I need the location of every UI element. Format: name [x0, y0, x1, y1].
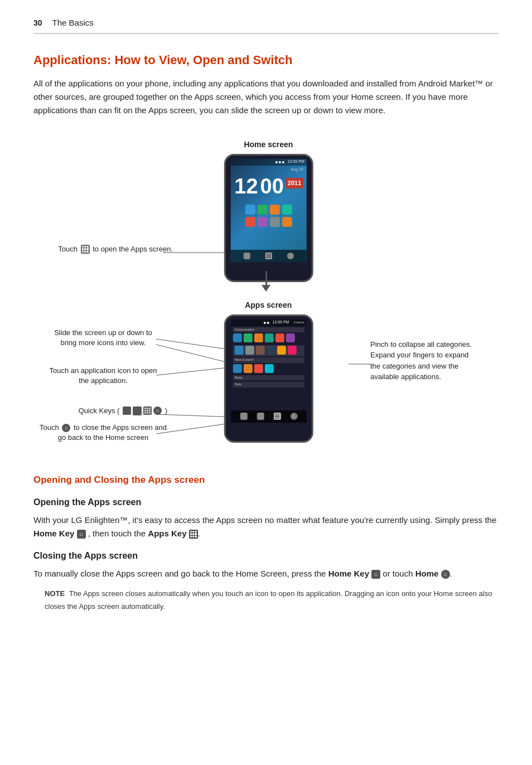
clock-year: 2011: [286, 178, 303, 188]
touch-close-text: Touch ⌂ to close the Apps screen and go …: [40, 423, 167, 442]
ann-touch-open: Touch an application icon to open the ap…: [39, 366, 167, 386]
section-title: Applications: How to View, Open and Swit…: [33, 51, 499, 69]
apps-screen-label: Apps screen: [245, 300, 292, 311]
ann-quick-keys: Quick Keys ( ⌂ ): [39, 406, 167, 416]
ann-slide: Slide the screen up or down to bring mor…: [39, 328, 167, 348]
slide-text: Slide the screen up or down to bring mor…: [54, 328, 152, 347]
down-arrow: [262, 271, 270, 292]
closing-text: To manually close the Apps screen and go…: [33, 567, 499, 580]
note-block: NOTE The Apps screen closes automaticall…: [33, 587, 499, 612]
home-bold: Home: [415, 569, 439, 578]
opening-text: With your LG Enlighten™, it's easy to ac…: [33, 514, 499, 540]
home-close-icon-inline: ⌂: [441, 570, 450, 579]
apps-grid-inline-icon: [81, 245, 90, 254]
pinch-text: Pinch to collapse all categories. Expand…: [370, 340, 472, 381]
svg-line-5: [156, 423, 234, 434]
apps-status-bar: 12:00 PM 3 items: [231, 319, 307, 326]
home-phone: 12:00 PM Aug 25 12 00 2011: [224, 154, 313, 282]
apps-screen-content: Communication: [231, 326, 307, 390]
apps-nav-bar: ⌂: [231, 410, 307, 423]
clock-min: 00: [260, 176, 284, 197]
clock-hour: 12: [234, 176, 258, 197]
ann-pinch: Pinch to collapse all categories. Expand…: [370, 339, 493, 382]
status-bar: 12:00 PM: [231, 159, 307, 166]
home-key-bold: Home Key: [33, 529, 74, 538]
home-key-close-icon: ⌂: [62, 424, 70, 432]
svg-line-4: [156, 414, 234, 417]
quick-keys-label: Quick Keys ( ⌂ ): [79, 406, 167, 415]
closing-title: Closing the Apps screen: [33, 549, 499, 563]
svg-line-2: [156, 345, 234, 364]
touch-apps-text: Touch to open the Apps screen.: [58, 245, 173, 253]
note-label: NOTE: [45, 589, 65, 598]
svg-line-1: [156, 339, 234, 350]
diagram-area: Home screen 12:00 PM Aug 25 12 00 2011: [33, 133, 499, 456]
clock-display: 12 00 2011: [231, 172, 307, 197]
touch-open-text: Touch an application icon to open the ap…: [50, 366, 157, 385]
opening-title: Opening the Apps screen: [33, 496, 499, 509]
apps-key-bold: Apps Key: [148, 529, 186, 538]
header-title: The Basics: [52, 17, 94, 30]
page-number: 30: [33, 17, 42, 29]
home-key-icon-inline: ⌂: [77, 530, 86, 539]
opening-closing-section: Opening and Closing the Apps screen Open…: [33, 473, 499, 613]
home-key-icon-inline-2: ⌂: [371, 570, 380, 579]
note-text: The Apps screen closes automatically whe…: [45, 589, 492, 611]
apps-phone: 12:00 PM 3 items Communication: [224, 314, 313, 443]
home-screen-label: Home screen: [244, 139, 293, 151]
opening-closing-title: Opening and Closing the Apps screen: [33, 473, 499, 487]
ann-touch-close: Touch ⌂ to close the Apps screen and go …: [39, 423, 167, 443]
intro-text: All of the applications on your phone, i…: [33, 77, 499, 117]
ann-touch-apps: Touch to open the Apps screen.: [45, 244, 173, 254]
home-nav-bar: [231, 250, 307, 262]
apps-key-icon-inline: [189, 530, 198, 539]
home-key-bold-2: Home Key: [328, 569, 369, 578]
page-header: 30 The Basics: [33, 17, 499, 34]
quick-keys-icons: ⌂: [123, 406, 162, 415]
svg-line-3: [156, 367, 234, 375]
